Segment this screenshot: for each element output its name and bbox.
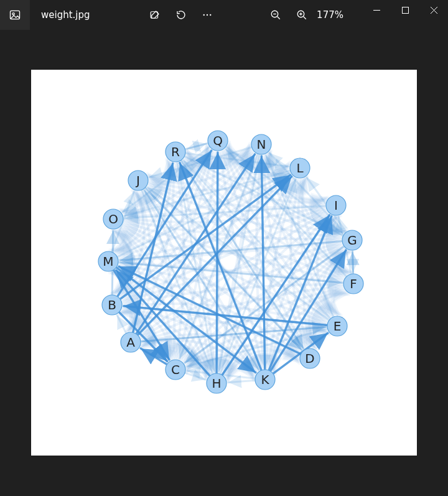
graph-node-label: C: [171, 362, 180, 377]
graph-node-label: R: [171, 144, 180, 159]
image-icon: [9, 9, 21, 21]
svg-point-1: [12, 13, 14, 15]
zoom-in-icon: [296, 9, 307, 21]
graph-node-label: M: [103, 254, 113, 269]
graph-node-label: O: [108, 212, 118, 227]
graph-node-label: D: [305, 351, 314, 366]
graph-node-label: H: [212, 376, 221, 391]
edit-image-icon: [149, 9, 161, 21]
graph-node-label: B: [108, 297, 116, 312]
close-button[interactable]: [419, 0, 448, 20]
graph-node-label: J: [135, 173, 140, 188]
graph-node-label: F: [350, 276, 357, 291]
svg-point-3: [203, 14, 205, 16]
file-thumbnail: [0, 0, 30, 30]
close-icon: [431, 7, 437, 14]
minimize-icon: [373, 7, 380, 14]
svg-point-5: [210, 14, 211, 16]
window-controls: [362, 0, 448, 30]
svg-line-55: [353, 252, 353, 274]
graph-node-label: G: [347, 233, 357, 248]
rotate-button[interactable]: [169, 2, 194, 27]
zoom-level: 177%: [317, 9, 343, 21]
svg-rect-8: [402, 7, 408, 13]
zoom-in-button[interactable]: [289, 2, 314, 27]
graph-node-label: K: [261, 372, 269, 387]
svg-point-4: [207, 14, 208, 16]
graph-figure: QNRLJIOGMFBEADCKH: [31, 70, 417, 456]
graph-node-label: E: [334, 319, 342, 334]
minimize-button[interactable]: [362, 0, 391, 20]
graph-node-label: A: [126, 335, 135, 350]
zoom-out-button[interactable]: [263, 2, 288, 27]
rotate-icon: [175, 9, 187, 21]
zoom-out-icon: [270, 9, 281, 21]
graph-node-label: I: [334, 198, 338, 213]
more-icon: [202, 9, 213, 21]
zoom-toolbar: 177%: [263, 2, 347, 27]
graph-node-label: Q: [213, 133, 223, 148]
maximize-icon: [402, 7, 409, 14]
center-toolbar: [142, 2, 220, 27]
filename: weight.jpg: [41, 9, 90, 21]
image-canvas: QNRLJIOGMFBEADCKH: [31, 70, 417, 456]
graph-node-label: L: [296, 161, 304, 175]
titlebar: weight.jpg: [0, 0, 448, 30]
image-viewport[interactable]: QNRLJIOGMFBEADCKH: [0, 30, 448, 496]
svg-line-43: [185, 373, 205, 380]
svg-line-69: [217, 152, 218, 373]
maximize-button[interactable]: [391, 0, 419, 20]
svg-line-20: [228, 380, 255, 382]
graph-node-label: N: [257, 137, 266, 152]
svg-line-58: [187, 143, 208, 149]
edit-image-button[interactable]: [142, 2, 167, 27]
more-button[interactable]: [195, 2, 220, 27]
